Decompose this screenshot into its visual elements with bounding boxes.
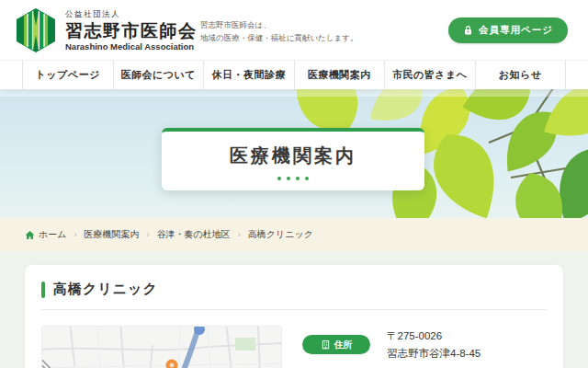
address-text: 〒275-0026 習志野市谷津4-8-45 — [387, 328, 481, 362]
address-row: 住所 〒275-0026 習志野市谷津4-8-45 — [302, 328, 481, 362]
global-nav-inner: トップページ 医師会について 休日・夜間診療 医療機関案内 市民の皆さまへ お知… — [22, 61, 566, 89]
nav-item-for-citizens[interactable]: 市民の皆さまへ — [384, 61, 475, 89]
map-image — [42, 327, 282, 368]
member-page-button[interactable]: 会員専用ページ — [448, 17, 568, 43]
clinic-location-map[interactable] — [41, 326, 282, 368]
breadcrumb-home-label: ホーム — [39, 228, 66, 241]
postal-code: 〒275-0026 — [387, 328, 481, 345]
breadcrumb: ホーム › 医療機関案内 › 谷津・奏の杜地区 › 高橋クリニック — [0, 218, 588, 251]
carousel-dots — [162, 177, 424, 180]
site-logo[interactable]: 公益社団法人 習志野市医師会 Narashino Medical Associa… — [15, 7, 198, 53]
nav-item-news[interactable]: お知らせ — [475, 61, 567, 89]
member-page-button-label: 会員専用ページ — [479, 24, 553, 37]
breadcrumb-home-link[interactable]: ホーム — [25, 228, 66, 241]
breadcrumb-separator: › — [74, 230, 76, 239]
breadcrumb-item-current: 高橋クリニック — [248, 228, 313, 241]
clinic-heading: 高橋クリニック — [25, 265, 563, 298]
breadcrumb-separator: › — [146, 230, 149, 239]
lock-icon — [463, 25, 473, 36]
breadcrumb-separator: › — [238, 230, 241, 239]
carousel-dot[interactable] — [277, 177, 281, 180]
org-name-en: Narashino Medical Association — [65, 41, 198, 52]
org-name: 習志野市医師会 — [65, 21, 198, 41]
org-type: 公益社団法人 — [65, 9, 198, 20]
carousel-dot[interactable] — [287, 177, 290, 180]
clinic-info: 住所 〒275-0026 習志野市谷津4-8-45 電話番号 — [302, 326, 481, 368]
page: 公益社団法人 習志野市医師会 Narashino Medical Associa… — [0, 0, 588, 368]
clinic-name: 高橋クリニック — [53, 281, 158, 298]
breadcrumb-item-district[interactable]: 谷津・奏の杜地区 — [156, 228, 230, 241]
home-icon — [25, 230, 35, 240]
tagline-line1: 習志野市医師会は、 — [200, 18, 357, 31]
clinic-detail-card: 高橋クリニック — [25, 265, 563, 368]
logo-text: 公益社団法人 習志野市医師会 Narashino Medical Associa… — [65, 9, 198, 52]
hero-title-card: 医療機関案内 — [162, 128, 424, 190]
carousel-dot[interactable] — [296, 177, 300, 180]
association-logo-icon — [15, 7, 57, 53]
main-content: 高橋クリニック — [0, 251, 588, 368]
carousel-dot[interactable] — [305, 177, 309, 180]
hero-banner: 医療機関案内 — [0, 89, 588, 218]
header-tagline: 習志野市医師会は、 地域の医療・保健・福祉に貢献いたします。 — [200, 18, 357, 45]
nav-item-medical-institutions[interactable]: 医療機関案内 — [294, 61, 385, 89]
nav-item-about[interactable]: 医師会について — [113, 61, 204, 89]
address-badge-label: 住所 — [334, 339, 353, 351]
nav-item-holiday-night-care[interactable]: 休日・夜間診療 — [203, 61, 294, 89]
site-header: 公益社団法人 習志野市医師会 Narashino Medical Associa… — [0, 0, 588, 60]
address-line: 習志野市谷津4-8-45 — [387, 345, 481, 362]
global-nav: トップページ 医師会について 休日・夜間診療 医療機関案内 市民の皆さまへ お知… — [0, 60, 588, 89]
building-icon — [321, 339, 331, 350]
heading-accent-bar — [41, 282, 45, 298]
tagline-line2: 地域の医療・保健・福祉に貢献いたします。 — [200, 31, 357, 44]
nav-item-top[interactable]: トップページ — [22, 61, 113, 89]
page-title: 医療機関案内 — [162, 144, 424, 168]
breadcrumb-item-medical-institutions[interactable]: 医療機関案内 — [84, 228, 139, 241]
address-badge: 住所 — [302, 335, 370, 354]
clinic-detail-row: 住所 〒275-0026 習志野市谷津4-8-45 電話番号 — [25, 310, 563, 368]
